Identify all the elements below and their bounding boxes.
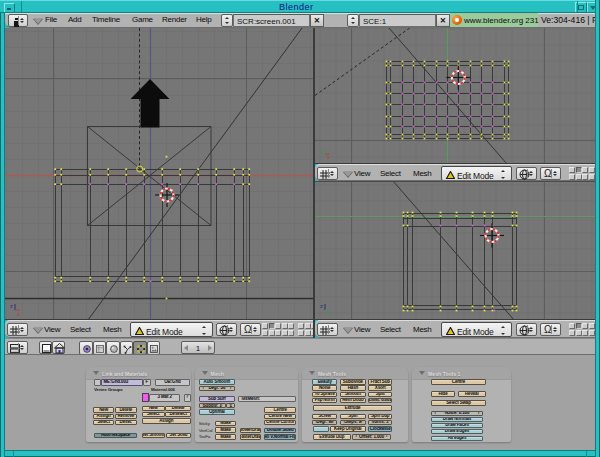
svg-text:z: z [10,303,13,309]
svg-text:y: y [327,310,330,316]
svg-text:z: z [320,303,323,309]
svg-text:x: x [327,154,330,160]
svg-text:y: y [320,147,323,153]
svg-text:x: x [17,311,20,317]
